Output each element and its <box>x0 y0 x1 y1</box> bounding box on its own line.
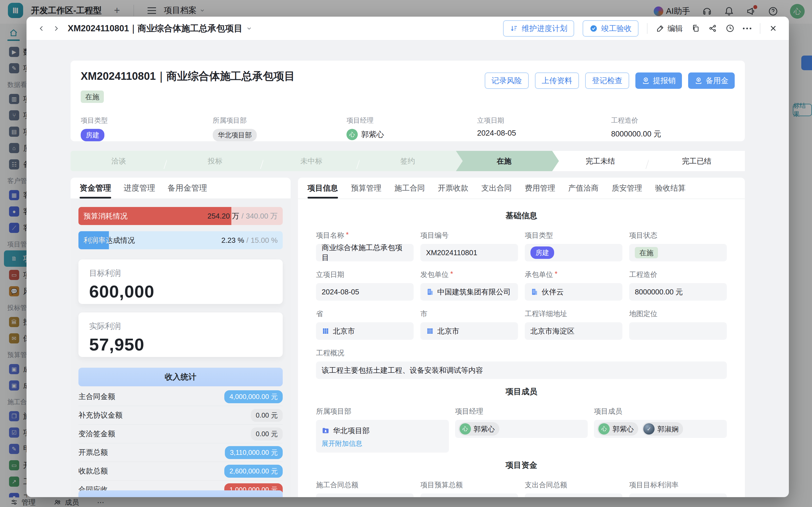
summary-field-project-cost: 工程造价 8000000.00 元 <box>611 116 661 139</box>
record-risk-button[interactable]: 记录风险 <box>485 72 529 89</box>
completion-acceptance-button[interactable]: 竣工验收 <box>583 20 639 37</box>
field-department: 所属项目部 华北项目部 展开附加信息 <box>316 407 449 453</box>
field-project-members: 项目成员 心 郭紫心 ✓ 郭淑娴 <box>594 407 727 453</box>
stage-complete-settled[interactable]: 完工已结 <box>649 151 745 171</box>
summary-field-project-type: 项目类型 房建 <box>81 116 108 141</box>
copy-icon <box>691 24 700 33</box>
field-target-profit-rate: 项目目标利润率 15.00% <box>629 480 727 497</box>
project-status-badge: 在施 <box>81 91 104 103</box>
tab-construction-contract[interactable]: 施工合同 <box>394 178 425 199</box>
edit-button[interactable]: 编辑 <box>656 23 683 34</box>
avatar: 心 <box>459 423 471 435</box>
actual-profit-card: 实际利润 57,950 <box>78 313 283 357</box>
avatar: ✓ <box>643 423 655 435</box>
tab-fund-management[interactable]: 资金管理 <box>79 178 111 199</box>
seal-check-icon <box>589 24 598 33</box>
tab-invoice-collection[interactable]: 开票收款 <box>438 178 468 199</box>
income-row: 开票总额 3,110,000.00 元 <box>78 443 283 462</box>
section-title-basic-info: 基础信息 <box>316 210 727 221</box>
more-actions-button[interactable] <box>743 27 751 29</box>
stage-bidding[interactable]: 投标 <box>167 151 263 171</box>
pencil-icon <box>656 24 665 33</box>
finance-panel: 资金管理 进度管理 备用金管理 预算消耗情况 254.20 万 / 340.00… <box>70 178 290 497</box>
grid-icon <box>426 327 434 335</box>
amount-badge: 0.00 元 <box>251 409 283 422</box>
section-title-members: 项目成员 <box>316 386 727 397</box>
field-project-cost: 工程造价 8000000.00 元 <box>629 270 727 300</box>
next-section-header-sliver <box>78 490 283 497</box>
close-button[interactable] <box>769 24 777 33</box>
money-icon <box>694 76 703 85</box>
field-map-location: 地图定位 <box>629 309 727 340</box>
tab-progress-management[interactable]: 进度管理 <box>123 178 155 199</box>
sort-list-icon <box>510 24 518 33</box>
tab-fee-management[interactable]: 费用管理 <box>525 178 555 199</box>
income-row: 主合同金额 4,000,000.00 元 <box>78 387 283 406</box>
next-record-button[interactable] <box>52 25 60 32</box>
tab-quality-safety[interactable]: 质安管理 <box>612 178 642 199</box>
project-title: XM2024110801｜商业综合体施工总承包项目 <box>81 69 295 83</box>
tab-reserve-management[interactable]: 备用金管理 <box>168 178 207 199</box>
target-profit-card: 目标利润 600,000 <box>78 260 283 304</box>
summary-field-department: 所属项目部 华北项目部 <box>213 116 257 141</box>
field-province: 省 北京市 <box>316 309 414 340</box>
share-icon <box>708 24 717 33</box>
income-row: 收款总额 2,600,000.00 元 <box>78 462 283 481</box>
field-budget-total: 项目预算总额 3,400,000.00 元 <box>420 480 518 497</box>
field-detail-address: 工程详细地址 北京市海淀区 <box>525 309 622 340</box>
building-icon <box>426 288 434 296</box>
register-inspection-button[interactable]: 登记检查 <box>585 72 629 89</box>
field-client-company: 发包单位 中国建筑集团有限公司 <box>420 270 518 300</box>
income-statistics-header: 收入统计 <box>78 368 283 386</box>
reserve-fund-button[interactable]: 备用金 <box>688 72 735 89</box>
copy-button[interactable] <box>691 24 700 33</box>
building-icon <box>530 288 538 296</box>
project-stage-stepper: 洽谈 投标 未中标 签约 在施 完工未结 完工已结 <box>70 151 745 171</box>
field-project-status: 项目状态 在施 <box>629 231 727 262</box>
field-project-type: 项目类型 房建 <box>525 231 622 262</box>
close-icon <box>769 24 777 33</box>
member-chip: 心 郭紫心 <box>458 422 499 436</box>
expand-additional-info-link[interactable]: 展开附加信息 <box>322 439 362 448</box>
stage-negotiation[interactable]: 洽谈 <box>70 151 167 171</box>
stage-in-construction-active[interactable]: 在施 <box>456 151 552 171</box>
profit-rate-bar: 利润率达成情况 利润率达成情况 2.23 % / 15.00 % <box>78 231 283 249</box>
tab-output-negotiation[interactable]: 产值洽商 <box>568 178 599 199</box>
header-divider <box>647 23 648 34</box>
money-icon <box>642 76 650 85</box>
history-button[interactable] <box>726 24 735 33</box>
avatar: 心 <box>346 129 358 140</box>
project-detail-modal: XM2024110801｜商业综合体施工总承包项目 维护进度计划 竣工验收 编辑 <box>26 17 789 497</box>
chevron-down-icon[interactable] <box>246 25 252 32</box>
upload-material-button[interactable]: 上传资料 <box>535 72 579 89</box>
income-row: 补充协议金额 0.00 元 <box>78 406 283 425</box>
project-type-tag: 房建 <box>81 129 104 141</box>
field-expense-contract-total: 支出合同总额 3,630,000.00 元 <box>525 480 622 497</box>
stage-signed[interactable]: 签约 <box>360 151 456 171</box>
submit-expense-button[interactable]: 提报销 <box>635 72 682 89</box>
stage-complete-unsettled[interactable]: 完工未结 <box>552 151 648 171</box>
avatar: 心 <box>598 423 610 435</box>
tab-expense-contract[interactable]: 支出合同 <box>481 178 512 199</box>
grid-icon <box>322 327 330 335</box>
tab-budget-management[interactable]: 预算管理 <box>351 178 381 199</box>
field-start-date: 立项日期 2024-08-05 <box>316 270 414 300</box>
project-type-tag: 房建 <box>530 246 554 259</box>
field-city: 市 北京市 <box>420 309 518 340</box>
field-project-code: 项目编号 XM2024110801 <box>420 231 518 262</box>
stage-not-won[interactable]: 未中标 <box>263 151 360 171</box>
header-divider <box>760 23 760 34</box>
share-button[interactable] <box>708 24 717 33</box>
amount-badge: 2,600,000.00 元 <box>224 465 283 478</box>
maintain-schedule-button[interactable]: 维护进度计划 <box>503 20 574 37</box>
project-info-panel: 项目信息 预算管理 施工合同 开票收款 支出合同 费用管理 产值洽商 质安管理 … <box>298 178 745 497</box>
tab-project-info[interactable]: 项目信息 <box>308 178 338 199</box>
summary-field-manager: 项目经理 心 郭紫心 <box>346 116 384 140</box>
tab-acceptance-settlement[interactable]: 验收结算 <box>655 178 686 199</box>
amount-badge: 3,110,000.00 元 <box>225 446 283 459</box>
modal-title: XM2024110801｜商业综合体施工总承包项目 <box>68 22 252 35</box>
project-status-tag: 在施 <box>635 247 658 258</box>
prev-record-button[interactable] <box>38 25 45 32</box>
folder-user-icon <box>322 427 330 435</box>
summary-field-start-date: 立项日期 2024-08-05 <box>477 116 516 137</box>
